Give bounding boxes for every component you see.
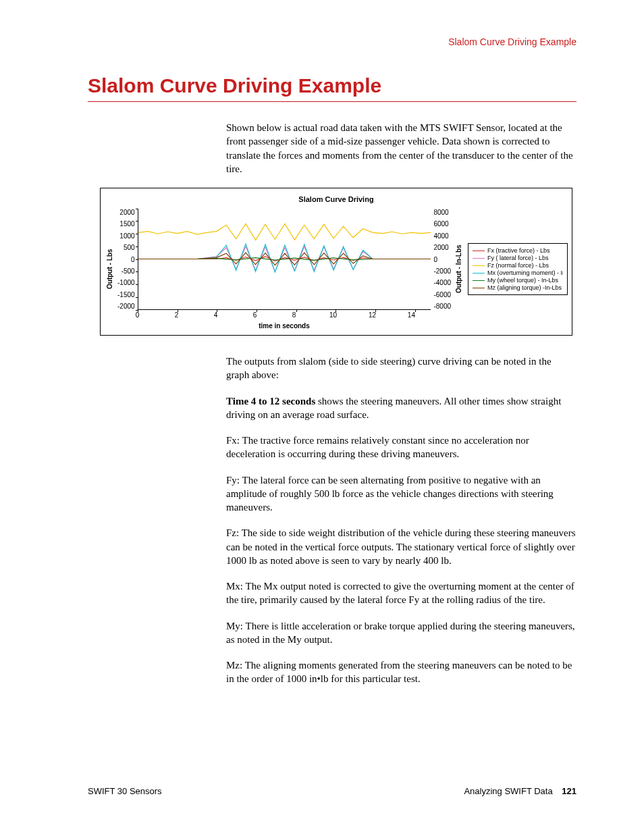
y-ticks-right: 80006000400020000-2000-4000-6000-8000: [431, 209, 454, 310]
page-number: 121: [562, 786, 576, 796]
time-bold: Time 4 to 12 seconds: [226, 396, 315, 407]
x-ticks: 02468101214: [138, 310, 431, 319]
intro-paragraph: Shown below is actual road data taken wi…: [226, 121, 576, 176]
footer-left: SWIFT 30 Sensors: [88, 786, 162, 796]
para-fx: Fx: The tractive force remains relativel…: [226, 434, 576, 461]
para-after-chart: The outputs from slalom (side to side st…: [226, 355, 576, 382]
para-fy: Fy: The lateral force can be seen altern…: [226, 473, 576, 515]
y-ticks-left: 2000150010005000-500-1000-1500-2000: [115, 209, 138, 310]
running-header: Slalom Curve Driving Example: [88, 36, 576, 47]
para-time: Time 4 to 12 seconds shows the steering …: [226, 394, 576, 422]
para-fz: Fz: The side to side weight distribution…: [226, 526, 576, 567]
page-footer: SWIFT 30 Sensors Analyzing SWIFT Data 12…: [88, 786, 576, 796]
chart-container: Slalom Curve Driving Output - Lbs 200015…: [100, 188, 572, 336]
footer-right-text: Analyzing SWIFT Data: [464, 786, 552, 796]
y-axis-label-right: Output - In-Lbs: [454, 209, 464, 330]
section-title: Slalom Curve Driving Example: [88, 74, 576, 102]
para-my: My: There is little acceleration or brak…: [226, 619, 576, 647]
para-mz: Mz: The aligning moments generated from …: [226, 658, 576, 686]
y-axis-label-left: Output - Lbs: [105, 209, 115, 330]
plot-area: [138, 209, 431, 310]
x-axis-label: time in seconds: [138, 322, 431, 330]
para-mx: Mx: The Mx output noted is corrected to …: [226, 579, 576, 607]
chart-legend: Fx (tractive force) - LbsFy ( lateral fo…: [468, 243, 568, 295]
chart-title: Slalom Curve Driving: [105, 195, 568, 203]
